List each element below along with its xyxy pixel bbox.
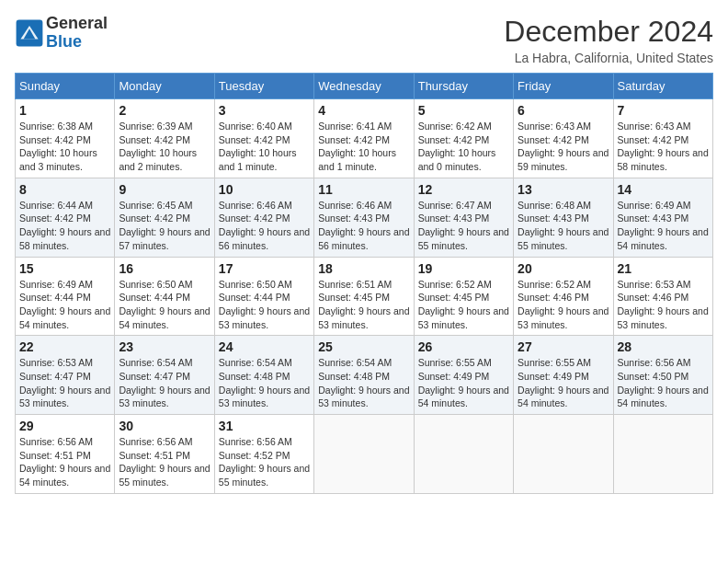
day-info: Sunrise: 6:54 AMSunset: 4:48 PMDaylight:… — [219, 356, 310, 410]
day-info: Sunrise: 6:54 AMSunset: 4:48 PMDaylight:… — [318, 356, 409, 410]
calendar-cell: 16Sunrise: 6:50 AMSunset: 4:44 PMDayligh… — [115, 257, 214, 336]
day-number: 8 — [19, 182, 110, 197]
day-number: 18 — [318, 261, 409, 276]
calendar-cell: 30Sunrise: 6:56 AMSunset: 4:51 PMDayligh… — [115, 415, 214, 494]
calendar-cell: 7Sunrise: 6:43 AMSunset: 4:42 PMDaylight… — [613, 99, 712, 178]
calendar-cell: 2Sunrise: 6:39 AMSunset: 4:42 PMDaylight… — [115, 99, 214, 178]
day-info: Sunrise: 6:39 AMSunset: 4:42 PMDaylight:… — [119, 120, 210, 174]
calendar-cell: 15Sunrise: 6:49 AMSunset: 4:44 PMDayligh… — [16, 257, 115, 336]
title-block: December 2024 La Habra, California, Unit… — [504, 15, 713, 65]
calendar-cell: 20Sunrise: 6:52 AMSunset: 4:46 PMDayligh… — [514, 257, 613, 336]
day-info: Sunrise: 6:47 AMSunset: 4:43 PMDaylight:… — [418, 199, 509, 253]
calendar-cell: 27Sunrise: 6:55 AMSunset: 4:49 PMDayligh… — [514, 336, 613, 415]
day-info: Sunrise: 6:52 AMSunset: 4:45 PMDaylight:… — [418, 278, 509, 332]
header-thursday: Thursday — [414, 74, 513, 99]
day-number: 1 — [19, 103, 110, 118]
calendar-week-5: 29Sunrise: 6:56 AMSunset: 4:51 PMDayligh… — [16, 415, 713, 494]
logo: General Blue — [15, 15, 108, 52]
day-info: Sunrise: 6:56 AMSunset: 4:52 PMDaylight:… — [219, 435, 310, 489]
calendar-cell: 18Sunrise: 6:51 AMSunset: 4:45 PMDayligh… — [314, 257, 414, 336]
calendar-cell: 19Sunrise: 6:52 AMSunset: 4:45 PMDayligh… — [414, 257, 513, 336]
day-number: 19 — [418, 261, 509, 276]
day-info: Sunrise: 6:49 AMSunset: 4:44 PMDaylight:… — [19, 278, 110, 332]
day-info: Sunrise: 6:43 AMSunset: 4:42 PMDaylight:… — [618, 120, 709, 174]
calendar-cell: 17Sunrise: 6:50 AMSunset: 4:44 PMDayligh… — [214, 257, 313, 336]
calendar-cell: 5Sunrise: 6:42 AMSunset: 4:42 PMDaylight… — [414, 99, 513, 178]
calendar-cell — [414, 415, 513, 494]
day-number: 17 — [219, 261, 310, 276]
logo-icon — [15, 18, 44, 48]
calendar-week-2: 8Sunrise: 6:44 AMSunset: 4:42 PMDaylight… — [16, 178, 713, 257]
day-number: 16 — [119, 261, 210, 276]
calendar-cell: 31Sunrise: 6:56 AMSunset: 4:52 PMDayligh… — [214, 415, 313, 494]
day-info: Sunrise: 6:52 AMSunset: 4:46 PMDaylight:… — [518, 278, 609, 332]
day-info: Sunrise: 6:56 AMSunset: 4:51 PMDaylight:… — [119, 435, 210, 489]
day-number: 30 — [119, 419, 210, 433]
calendar-cell: 6Sunrise: 6:43 AMSunset: 4:42 PMDaylight… — [514, 99, 613, 178]
calendar-cell: 12Sunrise: 6:47 AMSunset: 4:43 PMDayligh… — [414, 178, 513, 257]
day-number: 11 — [318, 182, 409, 197]
calendar-cell: 13Sunrise: 6:48 AMSunset: 4:43 PMDayligh… — [514, 178, 613, 257]
calendar-cell: 9Sunrise: 6:45 AMSunset: 4:42 PMDaylight… — [115, 178, 214, 257]
day-number: 2 — [119, 103, 210, 118]
day-number: 20 — [518, 261, 609, 276]
day-info: Sunrise: 6:44 AMSunset: 4:42 PMDaylight:… — [19, 199, 110, 253]
logo-blue-text: Blue — [46, 32, 82, 51]
calendar-body: 1Sunrise: 6:38 AMSunset: 4:42 PMDaylight… — [16, 99, 713, 494]
day-info: Sunrise: 6:50 AMSunset: 4:44 PMDaylight:… — [219, 278, 310, 332]
calendar-cell: 29Sunrise: 6:56 AMSunset: 4:51 PMDayligh… — [16, 415, 115, 494]
day-number: 28 — [618, 339, 709, 354]
day-info: Sunrise: 6:54 AMSunset: 4:47 PMDaylight:… — [119, 356, 210, 410]
calendar-cell: 14Sunrise: 6:49 AMSunset: 4:43 PMDayligh… — [613, 178, 712, 257]
calendar-cell: 1Sunrise: 6:38 AMSunset: 4:42 PMDaylight… — [16, 99, 115, 178]
calendar-cell — [314, 415, 414, 494]
day-info: Sunrise: 6:46 AMSunset: 4:43 PMDaylight:… — [318, 199, 409, 253]
day-info: Sunrise: 6:53 AMSunset: 4:47 PMDaylight:… — [19, 356, 110, 410]
calendar-header-row: SundayMondayTuesdayWednesdayThursdayFrid… — [16, 74, 713, 99]
calendar-cell: 23Sunrise: 6:54 AMSunset: 4:47 PMDayligh… — [115, 336, 214, 415]
day-info: Sunrise: 6:53 AMSunset: 4:46 PMDaylight:… — [618, 278, 709, 332]
calendar-week-1: 1Sunrise: 6:38 AMSunset: 4:42 PMDaylight… — [16, 99, 713, 178]
day-number: 29 — [19, 419, 110, 433]
day-info: Sunrise: 6:40 AMSunset: 4:42 PMDaylight:… — [219, 120, 310, 174]
day-number: 15 — [19, 261, 110, 276]
month-title: December 2024 — [504, 15, 713, 49]
header-saturday: Saturday — [613, 74, 712, 99]
day-number: 24 — [219, 339, 310, 354]
page-header: General Blue December 2024 La Habra, Cal… — [15, 15, 713, 65]
header-wednesday: Wednesday — [314, 74, 414, 99]
day-number: 3 — [219, 103, 310, 118]
calendar-cell: 10Sunrise: 6:46 AMSunset: 4:42 PMDayligh… — [214, 178, 313, 257]
day-info: Sunrise: 6:46 AMSunset: 4:42 PMDaylight:… — [219, 199, 310, 253]
calendar-cell: 4Sunrise: 6:41 AMSunset: 4:42 PMDaylight… — [314, 99, 414, 178]
calendar-week-4: 22Sunrise: 6:53 AMSunset: 4:47 PMDayligh… — [16, 336, 713, 415]
day-number: 23 — [119, 339, 210, 354]
day-number: 13 — [518, 182, 609, 197]
calendar-cell — [514, 415, 613, 494]
day-number: 14 — [618, 182, 709, 197]
day-info: Sunrise: 6:41 AMSunset: 4:42 PMDaylight:… — [318, 120, 409, 174]
day-number: 27 — [518, 339, 609, 354]
header-sunday: Sunday — [16, 74, 115, 99]
day-number: 9 — [119, 182, 210, 197]
day-info: Sunrise: 6:38 AMSunset: 4:42 PMDaylight:… — [19, 120, 110, 174]
day-number: 12 — [418, 182, 509, 197]
calendar-cell: 22Sunrise: 6:53 AMSunset: 4:47 PMDayligh… — [16, 336, 115, 415]
calendar-cell: 28Sunrise: 6:56 AMSunset: 4:50 PMDayligh… — [613, 336, 712, 415]
day-number: 22 — [19, 339, 110, 354]
day-number: 26 — [418, 339, 509, 354]
header-monday: Monday — [115, 74, 214, 99]
calendar-cell: 24Sunrise: 6:54 AMSunset: 4:48 PMDayligh… — [214, 336, 313, 415]
day-info: Sunrise: 6:50 AMSunset: 4:44 PMDaylight:… — [119, 278, 210, 332]
calendar-week-3: 15Sunrise: 6:49 AMSunset: 4:44 PMDayligh… — [16, 257, 713, 336]
calendar-cell: 25Sunrise: 6:54 AMSunset: 4:48 PMDayligh… — [314, 336, 414, 415]
day-info: Sunrise: 6:56 AMSunset: 4:51 PMDaylight:… — [19, 435, 110, 489]
day-number: 31 — [219, 419, 310, 433]
day-number: 21 — [618, 261, 709, 276]
header-friday: Friday — [514, 74, 613, 99]
day-number: 25 — [318, 339, 409, 354]
day-info: Sunrise: 6:45 AMSunset: 4:42 PMDaylight:… — [119, 199, 210, 253]
day-info: Sunrise: 6:51 AMSunset: 4:45 PMDaylight:… — [318, 278, 409, 332]
day-number: 4 — [318, 103, 409, 118]
calendar-cell: 8Sunrise: 6:44 AMSunset: 4:42 PMDaylight… — [16, 178, 115, 257]
